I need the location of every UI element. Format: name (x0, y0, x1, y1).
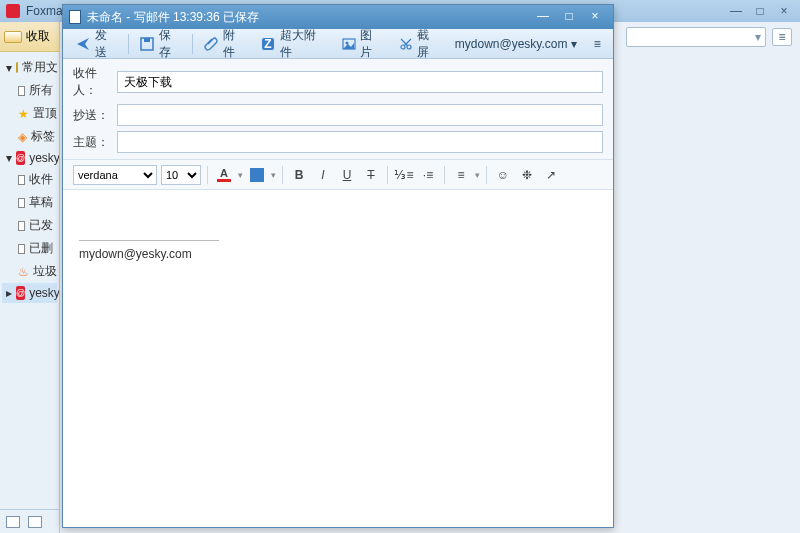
ordered-list-button[interactable]: ⅓≡ (394, 165, 414, 185)
scissors-icon (398, 37, 414, 51)
main-minimize-button[interactable]: — (726, 4, 746, 18)
sidebar-item-label: yesky0 (29, 151, 59, 165)
attach-button[interactable]: 附件 (197, 24, 252, 64)
compose-header-fields: 收件人： 抄送： 主题： (63, 59, 613, 160)
highlight-color-button[interactable] (247, 165, 267, 185)
chevron-down-icon[interactable]: ▾ (238, 170, 243, 180)
bigattach-button[interactable]: Z 超大附件 (254, 24, 333, 64)
compose-maximize-button[interactable]: □ (557, 9, 581, 25)
sidebar-item-label: 收件 (29, 171, 53, 188)
align-icon: ≡ (457, 168, 464, 182)
highlight-icon (250, 168, 264, 182)
account-icon: @ (16, 151, 25, 165)
main-sidebar: 收取 ▾ 常用文 所有 ★ 置顶 ◈ 标签 (0, 22, 60, 533)
sidebar-item-label: 常用文 (22, 59, 58, 76)
cc-input[interactable] (117, 104, 603, 126)
chevron-down-icon: ▾ (571, 37, 577, 51)
chevron-down-icon[interactable]: ▾ (271, 170, 276, 180)
mail-icon (4, 31, 22, 43)
main-close-button[interactable]: × (774, 4, 794, 18)
send-icon (75, 37, 91, 51)
document-icon (69, 10, 81, 24)
compose-title: 未命名 - 写邮件 13:39:36 已保存 (87, 9, 259, 26)
compose-toolbar: 发送 保存 附件 Z 超大附件 图片 截屏 mydown@yesky.com ▾ (63, 29, 613, 59)
calendar-icon[interactable] (6, 516, 20, 528)
signature-divider (79, 240, 219, 241)
to-label: 收件人： (73, 65, 117, 99)
to-input[interactable] (117, 71, 603, 93)
save-icon (139, 37, 155, 51)
receive-label: 收取 (26, 28, 50, 45)
format-toolbar: verdana 10 A ▾ ▾ B I U T ⅓≡ ∙≡ ≡ ▾ ☺ ❉ ↗ (63, 160, 613, 190)
toolbar-label: 保存 (159, 27, 182, 61)
compose-body-editor[interactable]: mydown@yesky.com (63, 190, 613, 527)
menu-button[interactable]: ≡ (587, 35, 607, 53)
from-account-label: mydown@yesky.com (455, 37, 568, 51)
subject-label: 主题： (73, 134, 117, 151)
account-icon: @ (16, 286, 25, 300)
paperclip-icon (203, 37, 219, 51)
font-color-button[interactable]: A (214, 165, 234, 185)
underline-button[interactable]: U (337, 165, 357, 185)
chevron-down-icon[interactable]: ▾ (475, 170, 480, 180)
sidebar-item-drafts[interactable]: 草稿 (2, 191, 57, 214)
cc-field-row: 抄送： (73, 104, 603, 126)
subject-field-row: 主题： (73, 131, 603, 153)
compose-close-button[interactable]: × (583, 9, 607, 25)
sent-icon (18, 221, 25, 231)
receive-button[interactable]: 收取 (0, 22, 59, 52)
sidebar-item-tags[interactable]: ◈ 标签 (2, 125, 57, 148)
foxmail-logo-icon (6, 4, 20, 18)
main-maximize-button[interactable]: □ (750, 4, 770, 18)
font-size-select[interactable]: 10 (161, 165, 201, 185)
send-button[interactable]: 发送 (69, 24, 124, 64)
bold-button[interactable]: B (289, 165, 309, 185)
envelope-icon (18, 86, 25, 96)
sidebar-item-label: yesky0 (29, 286, 59, 300)
sidebar-item-sent[interactable]: 已发 (2, 214, 57, 237)
image-icon (341, 37, 357, 51)
subject-input[interactable] (117, 131, 603, 153)
search-input[interactable]: ▾ (626, 27, 766, 47)
symbol-button[interactable]: ❉ (517, 165, 537, 185)
sidebar-bottom-bar (0, 509, 59, 533)
sidebar-common-folders[interactable]: ▾ 常用文 (2, 56, 57, 79)
align-button[interactable]: ≡ (451, 165, 471, 185)
strikethrough-button[interactable]: T (361, 165, 381, 185)
sidebar-item-label: 已删 (29, 240, 53, 257)
sidebar-item-deleted[interactable]: 已删 (2, 237, 57, 260)
svg-text:Z: Z (264, 37, 271, 51)
sidebar-account-1[interactable]: ▾@ yesky0 (2, 148, 57, 168)
chevron-down-icon: ▾ (755, 30, 761, 44)
save-button[interactable]: 保存 (133, 24, 188, 64)
sidebar-item-label: 已发 (29, 217, 53, 234)
tag-icon: ◈ (18, 130, 27, 144)
from-account-dropdown[interactable]: mydown@yesky.com ▾ (451, 35, 582, 53)
unordered-list-button[interactable]: ∙≡ (418, 165, 438, 185)
view-list-button[interactable]: ≡ (772, 28, 792, 46)
font-color-icon: A (217, 168, 231, 182)
italic-button[interactable]: I (313, 165, 333, 185)
image-button[interactable]: 图片 (335, 24, 390, 64)
toolbar-label: 发送 (95, 27, 118, 61)
sidebar-item-pinned[interactable]: ★ 置顶 (2, 102, 57, 125)
sidebar-account-2[interactable]: ▸@ yesky0 (2, 283, 57, 303)
contacts-icon[interactable] (28, 516, 42, 528)
screenshot-button[interactable]: 截屏 (392, 24, 447, 64)
sidebar-item-all[interactable]: 所有 (2, 79, 57, 102)
toolbar-label: 截屏 (417, 27, 440, 61)
compose-minimize-button[interactable]: — (531, 9, 555, 25)
sidebar-item-label: 草稿 (29, 194, 53, 211)
font-family-select[interactable]: verdana (73, 165, 157, 185)
emoji-button[interactable]: ☺ (493, 165, 513, 185)
svg-rect-1 (144, 38, 150, 42)
trash-icon (18, 244, 25, 254)
sidebar-item-label: 置顶 (33, 105, 57, 122)
sidebar-list: ▾ 常用文 所有 ★ 置顶 ◈ 标签 ▾@ yesky0 (0, 52, 59, 509)
big-attachment-icon: Z (260, 37, 276, 51)
toolbar-label: 图片 (360, 27, 383, 61)
sidebar-item-spam[interactable]: ♨ 垃圾 (2, 260, 57, 283)
format-painter-button[interactable]: ↗ (541, 165, 561, 185)
to-field-row: 收件人： (73, 65, 603, 99)
sidebar-item-inbox[interactable]: 收件 (2, 168, 57, 191)
